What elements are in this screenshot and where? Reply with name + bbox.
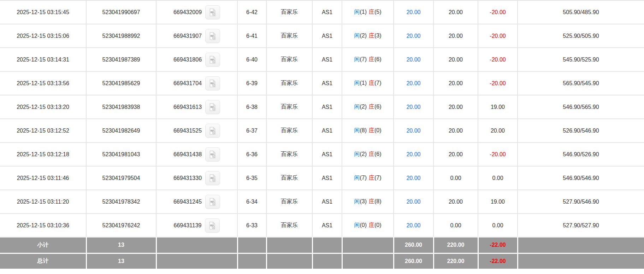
table-row: 2025-12-15 03:15:45 523041990697 6694320… (0, 0, 644, 24)
game-type: 百家乐 (266, 142, 312, 166)
game-result: 闲(1)庄(5) (342, 0, 394, 24)
valid-bet-amount: 20.00 (433, 0, 478, 24)
game-result: 闲(2)庄(6) (342, 95, 394, 119)
video-replay-icon (208, 150, 217, 159)
player-score: (2) (360, 104, 367, 110)
player-score: (7) (360, 56, 367, 62)
game-number: 669431613 (173, 104, 202, 110)
valid-bet-amount: 20.00 (433, 95, 478, 119)
valid-bet-amount: 0.00 (433, 166, 478, 190)
total-bet: 260.00 (394, 253, 433, 269)
game-number: 669431139 (174, 222, 202, 229)
bet-amount-link[interactable]: 20.00 (406, 9, 420, 15)
total-win-loss: -22.00 (478, 253, 518, 269)
bet-amount-link[interactable]: 20.00 (406, 128, 420, 134)
game-result: 闲(1)庄(7) (342, 71, 394, 95)
win-loss-amount: 0.00 (478, 214, 518, 237)
win-loss-amount: 19.00 (478, 95, 518, 119)
player-result-label: 闲 (354, 151, 360, 157)
round-number: 6-33 (237, 214, 266, 237)
order-number: 523041988992 (86, 24, 156, 48)
player-score: (0) (360, 222, 367, 228)
order-number: 523041979504 (86, 166, 156, 190)
player-score: (1) (360, 80, 367, 86)
table-row: 2025-12-15 03:13:20 523041983938 6694316… (0, 95, 644, 119)
player-result-label: 闲 (354, 222, 360, 228)
bet-amount-link[interactable]: 20.00 (406, 199, 420, 205)
banker-score: (0) (374, 127, 382, 133)
video-replay-button[interactable] (205, 147, 220, 162)
round-number: 6-42 (237, 0, 266, 24)
video-replay-button[interactable] (205, 218, 220, 233)
table-name: AS1 (312, 190, 342, 214)
table-name: AS1 (312, 71, 342, 95)
table-name: AS1 (312, 0, 342, 24)
win-loss-amount: 19.00 (478, 190, 518, 214)
table-row: 2025-12-15 03:11:20 523041978342 6694312… (0, 190, 644, 214)
bet-time: 2025-12-15 03:13:56 (0, 71, 86, 95)
valid-bet-amount: 20.00 (433, 142, 478, 166)
video-replay-button[interactable] (205, 100, 220, 114)
banker-result-label: 庄 (369, 80, 374, 86)
game-number: 669431330 (173, 175, 202, 181)
player-score: (3) (360, 198, 367, 204)
round-number: 6-39 (237, 71, 266, 95)
game-number: 669431245 (173, 199, 202, 205)
banker-score: (6) (374, 151, 382, 157)
win-loss-amount: -20.00 (478, 0, 518, 24)
video-replay-button[interactable] (205, 29, 220, 43)
balance-before-after: 526.90/546.90 (518, 119, 644, 142)
game-number: 669431806 (173, 57, 202, 63)
table-name: AS1 (312, 166, 342, 190)
total-row: 总计 13 260.00 220.00 -22.00 (0, 253, 644, 269)
bet-amount-link[interactable]: 20.00 (406, 33, 420, 39)
banker-result-label: 庄 (369, 198, 374, 204)
bet-amount-link[interactable]: 20.00 (406, 80, 420, 86)
video-replay-button[interactable] (205, 195, 220, 209)
banker-result-label: 庄 (369, 151, 374, 157)
banker-result-label: 庄 (369, 104, 374, 110)
total-label: 总计 (0, 253, 86, 269)
bet-amount-link[interactable]: 20.00 (406, 151, 420, 157)
game-number: 669431907 (173, 33, 202, 39)
bet-amount-link[interactable]: 20.00 (406, 222, 420, 228)
game-result: 闲(7)庄(6) (342, 48, 394, 71)
table-name: AS1 (312, 48, 342, 71)
video-replay-button[interactable] (205, 5, 220, 19)
table-name: AS1 (312, 142, 342, 166)
order-number: 523041987389 (86, 48, 156, 71)
balance-before-after: 565.90/545.90 (518, 71, 644, 95)
video-replay-button[interactable] (205, 76, 220, 91)
bet-time: 2025-12-15 03:12:52 (0, 119, 86, 142)
bet-time: 2025-12-15 03:14:31 (0, 48, 86, 71)
total-count: 13 (86, 253, 156, 269)
bet-amount-link[interactable]: 20.00 (406, 104, 420, 110)
balance-before-after: 527.90/527.90 (518, 214, 644, 237)
video-replay-icon (208, 174, 217, 183)
game-number: 669431438 (173, 151, 202, 158)
order-number: 523041985629 (86, 71, 156, 95)
subtotal-win-loss: -22.00 (478, 237, 518, 253)
table-name: AS1 (312, 214, 342, 237)
game-type: 百家乐 (266, 119, 312, 142)
video-replay-button[interactable] (205, 171, 220, 185)
bet-amount-link[interactable]: 20.00 (406, 175, 420, 181)
subtotal-row: 小计 13 260.00 220.00 -22.00 (0, 237, 644, 253)
player-score: (8) (360, 127, 367, 133)
bet-time: 2025-12-15 03:10:36 (0, 214, 86, 237)
video-replay-button[interactable] (205, 53, 220, 67)
bet-amount-link[interactable]: 20.00 (406, 57, 420, 63)
bet-time: 2025-12-15 03:12:18 (0, 142, 86, 166)
player-result-label: 闲 (354, 127, 360, 133)
banker-score: (6) (374, 104, 382, 110)
order-number: 523041976242 (86, 214, 156, 237)
game-number: 669431704 (173, 80, 202, 87)
game-type: 百家乐 (266, 24, 312, 48)
player-result-label: 闲 (354, 175, 360, 181)
game-result: 闲(2)庄(3) (342, 24, 394, 48)
banker-result-label: 庄 (369, 127, 374, 133)
video-replay-button[interactable] (205, 124, 220, 138)
player-score: (1) (360, 9, 367, 15)
balance-before-after: 545.90/525.90 (518, 48, 644, 71)
valid-bet-amount: 20.00 (433, 190, 478, 214)
